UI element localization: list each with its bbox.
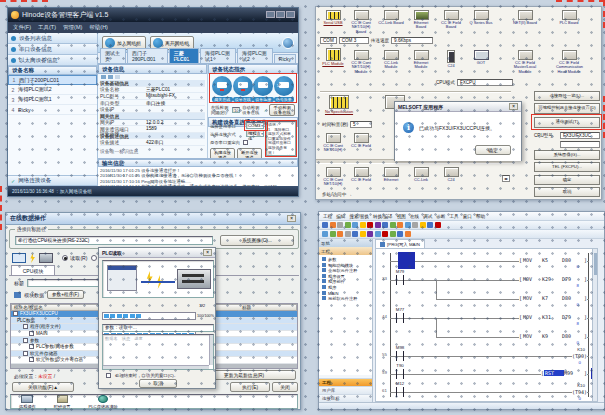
toolbar-icon[interactable] [405, 231, 411, 237]
vertical-scrollbar[interactable] [209, 335, 213, 365]
scrollbar-thumb[interactable] [594, 253, 598, 275]
net-ccie-field[interactable]: CC IE Field [348, 133, 374, 148]
toolbar-icon[interactable] [367, 222, 373, 228]
sidebar-item-serial-devices[interactable]: 串口设备信息 [8, 44, 97, 55]
toolbar-icon[interactable] [367, 231, 373, 237]
row-checkbox[interactable] [23, 351, 28, 356]
menu-help[interactable]: 帮助 [476, 214, 485, 219]
auto-detect-checkbox[interactable]: ✓ [264, 108, 268, 113]
menu-view[interactable]: 视图 [397, 214, 406, 219]
tab-home[interactable]: 测试主页 [100, 48, 126, 63]
nav-footer-project[interactable]: 工程 [319, 378, 372, 386]
plc-direct-connection-button[interactable]: 可编程控制器直接连接设置(D) [534, 103, 600, 114]
progress-list[interactable]: 数据名 状态 进度 [102, 334, 214, 370]
contact-symbol[interactable] [396, 351, 404, 361]
toolbar-icon[interactable] [352, 222, 358, 228]
time-check-value[interactable]: 5 [350, 121, 372, 128]
toolbar-icon[interactable] [397, 231, 403, 237]
device-row[interactable]: 3海得PLC测试1 [8, 95, 97, 105]
toolbar-icon[interactable] [420, 222, 426, 228]
toolbar-icon[interactable] [382, 222, 388, 228]
device-row[interactable]: 2海得PLC测试2 [8, 85, 97, 95]
instruction-mov[interactable]: [MOVK5D80] [519, 257, 587, 263]
coexist-cclink[interactable]: CC-Link [408, 167, 434, 182]
toolbar-icon[interactable] [427, 222, 433, 228]
if-plc-module[interactable]: PLC Module [320, 48, 346, 66]
refresh-icon[interactable] [115, 75, 120, 79]
if-plc-board[interactable]: PLC Board [556, 10, 582, 25]
close-button[interactable]: 关闭 [272, 382, 298, 392]
clock-setting[interactable]: 时钟设置 [54, 395, 71, 409]
cancel-button[interactable]: 取消 [139, 379, 177, 388]
row-checkbox[interactable] [29, 357, 34, 362]
timer-coil[interactable]: (T90) [572, 353, 587, 359]
toolbar-icon[interactable] [352, 231, 358, 237]
tab-ricky[interactable]: Ricky [274, 54, 296, 63]
net-ccie-cont[interactable]: CC IE Cont NET/10(H) [320, 133, 346, 153]
plc-memory-clear[interactable]: PLC存储器清除 [89, 395, 118, 409]
menu-project[interactable]: 工程 [323, 214, 332, 219]
toolbar-icon[interactable] [382, 231, 388, 237]
toolbar-icon[interactable] [375, 222, 381, 228]
tab-siemens200[interactable]: 西门子200PLC01 [127, 48, 168, 63]
menu-manage[interactable]: 管理(M) [63, 24, 82, 31]
sort-icon[interactable] [101, 75, 106, 79]
close-icon[interactable]: × [287, 215, 296, 222]
coexist-ccie-cont[interactable]: CC IE Cont NET/10(H) [320, 167, 346, 187]
connect-mode-select[interactable]: 编程直连▾ [246, 130, 264, 137]
vertical-scrollbar[interactable] [592, 249, 597, 401]
ladder-editor[interactable]: [MOVK5D80] 0 33 M79 [MOVK29D79] 8 [MOVK7… [375, 248, 598, 402]
toolbar-icon[interactable] [322, 222, 328, 228]
row-checkbox[interactable] [13, 311, 18, 316]
toolbar-icon[interactable] [345, 231, 351, 237]
sidebar-item-ethernet-devices[interactable]: 以太网设备信息 [8, 55, 97, 66]
system-image-button[interactable]: 系统图像(C)... [220, 235, 294, 246]
com-value[interactable]: COM 3 [339, 37, 369, 44]
q3-titlebar[interactable]: 在线数据操作 × [6, 213, 300, 225]
row-checkbox[interactable] [23, 324, 28, 329]
toolbar-icon[interactable] [337, 222, 343, 228]
system-image-button[interactable]: 系统图像(G)... [534, 150, 600, 160]
menu-help[interactable]: 帮助(H) [89, 24, 108, 31]
station-no-specification[interactable]: No Specification [322, 95, 356, 114]
toolbar-icon[interactable] [375, 231, 381, 237]
if-ethernet-board[interactable]: Ethernet Board [408, 10, 434, 30]
toolbar-icon[interactable] [330, 222, 336, 228]
menu-compile[interactable]: 转换/编译 [373, 214, 393, 219]
close-icon[interactable] [286, 11, 295, 18]
menu-find-replace[interactable]: 搜索/替换 [349, 214, 369, 219]
connection-channel-list-button[interactable]: 连接路径一览(L)... [534, 91, 600, 101]
coexist-c24[interactable]: C24 [438, 167, 464, 182]
instruction-mov[interactable]: [MOVK31D79] [519, 314, 587, 320]
timer-coil[interactable]: (T94) [572, 389, 587, 395]
connection-test-button[interactable]: 通信测试(T) [534, 117, 600, 128]
device-row[interactable]: 4Ricky [8, 105, 97, 115]
tab-hite-test2[interactable]: 海得PLC测试2 [237, 48, 273, 63]
categorize-icon[interactable] [108, 75, 113, 79]
param-program-button[interactable]: 参数+程序(F) [47, 290, 84, 299]
execute-button[interactable]: 执行(E) [230, 382, 270, 392]
if-ethernet-module[interactable]: Ethernet Module [408, 50, 434, 70]
menu-tools[interactable]: 工具(T) [38, 24, 56, 31]
if-q-series-bus[interactable]: Q Series Bus [468, 10, 494, 25]
device-row[interactable]: 1西门子200PLC01 [8, 75, 97, 85]
instruction-mov[interactable]: [MOVK29D79] [519, 276, 587, 282]
sidebar-item-network-devices[interactable]: ✓网络连接设备 [8, 175, 97, 186]
if-ccie-field-head[interactable]: CC IE Field Communication Head Module [556, 50, 582, 74]
instruction-mov[interactable]: [MOVK7D80] [519, 295, 587, 301]
menu-file[interactable]: 文件(F) [13, 24, 31, 31]
speed-value[interactable]: 9.6Kbps [391, 37, 433, 44]
toolbar-icon[interactable] [360, 222, 366, 228]
tab-mitsubishi-plc01[interactable]: 三菱PLC01 [169, 48, 199, 63]
maximize-icon[interactable] [276, 11, 285, 18]
q1-titlebar[interactable]: Hinode设备管理客户端 v1.5 [8, 8, 298, 22]
contact-symbol[interactable] [396, 313, 404, 323]
tab-hite-test1[interactable]: 海得PLC测试1 [200, 48, 236, 63]
tab-cpu-module[interactable]: CPU模块 [11, 265, 55, 275]
menu-diagnostics[interactable]: 诊断 [436, 214, 445, 219]
if-net2-board[interactable]: NET(II) Board [512, 10, 538, 25]
coexist-ccie-field[interactable]: CC IE Field [348, 167, 374, 182]
edit-cursor-cell[interactable] [398, 252, 415, 269]
if-ccie-field-master[interactable]: CC IE Field Master/Local Module [512, 50, 538, 74]
toolbar-icon[interactable] [390, 231, 396, 237]
